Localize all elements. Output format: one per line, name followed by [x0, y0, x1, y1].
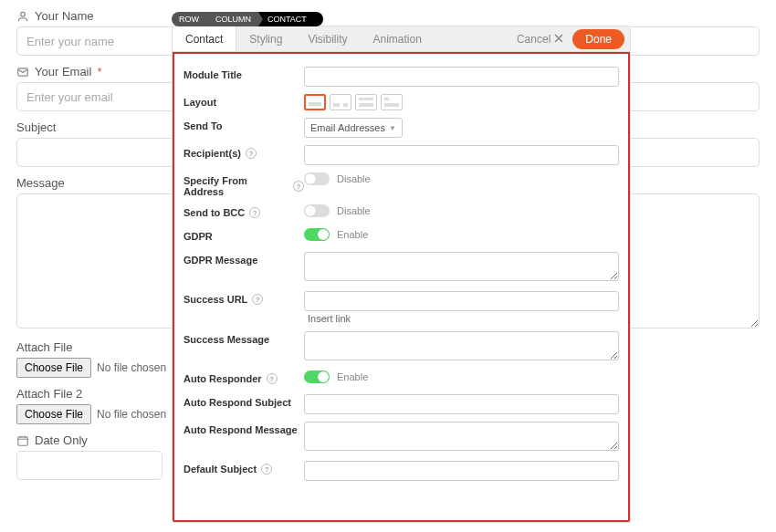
toggle-state: Enable [337, 371, 368, 382]
calendar-icon [16, 434, 29, 447]
layout-option-4[interactable] [381, 94, 403, 110]
send-bcc-toggle[interactable] [304, 204, 330, 217]
help-icon[interactable]: ? [246, 148, 257, 159]
success-url-input[interactable] [304, 291, 619, 311]
choose-file-button-2[interactable]: Choose File [16, 404, 91, 424]
default-subject-label: Default Subject ? [184, 461, 304, 475]
gdpr-message-textarea[interactable] [304, 252, 619, 281]
auto-responder-toggle[interactable] [304, 370, 330, 383]
breadcrumb: ROW COLUMN CONTACT [172, 12, 316, 26]
default-subject-input[interactable] [304, 461, 619, 481]
send-to-select[interactable]: Email Addresses ▼ [304, 118, 403, 138]
date-only-input[interactable] [16, 451, 163, 480]
tab-animation[interactable]: Animation [361, 26, 435, 51]
send-to-label: Send To [184, 118, 304, 131]
send-bcc-label: Send to BCC ? [184, 204, 304, 218]
svg-point-0 [21, 12, 26, 16]
auto-responder-label: Auto Responder ? [184, 370, 304, 384]
module-title-input[interactable] [304, 67, 619, 87]
help-icon[interactable]: ? [261, 464, 272, 475]
modal-tabs: Contact Styling Visibility Animation Can… [173, 26, 630, 52]
layout-option-2[interactable] [330, 94, 351, 110]
help-icon[interactable]: ? [267, 373, 278, 384]
specify-from-label: Specify From Address ? [184, 172, 304, 197]
auto-subject-label: Auto Respond Subject [184, 394, 304, 408]
breadcrumb-contact[interactable]: CONTACT [258, 12, 316, 26]
toggle-state: Disable [337, 205, 371, 216]
breadcrumb-row[interactable]: ROW [172, 12, 206, 26]
breadcrumb-column[interactable]: COLUMN [206, 12, 258, 26]
person-icon [16, 10, 29, 23]
success-message-textarea[interactable] [304, 331, 619, 360]
modal-body: Module Title Layout Send To Email Addres… [173, 52, 630, 522]
toggle-state: Disable [337, 173, 371, 184]
file-status-2: No file chosen [97, 408, 166, 421]
layout-label: Layout [184, 94, 304, 108]
tab-contact[interactable]: Contact [173, 26, 236, 51]
specify-from-toggle[interactable] [304, 172, 330, 185]
success-message-label: Success Message [184, 331, 304, 345]
cancel-button[interactable]: Cancel [517, 33, 563, 46]
module-title-label: Module Title [184, 67, 304, 80]
success-url-label: Success URL ? [184, 291, 304, 305]
tab-visibility[interactable]: Visibility [295, 26, 360, 51]
help-icon[interactable]: ? [249, 207, 260, 218]
layout-options [304, 94, 619, 110]
mail-icon [16, 66, 29, 78]
help-icon[interactable]: ? [293, 181, 304, 192]
file-status-1: No file chosen [97, 361, 166, 374]
gdpr-toggle[interactable] [304, 228, 330, 241]
settings-modal: Contact Styling Visibility Animation Can… [172, 26, 631, 523]
auto-message-textarea[interactable] [304, 422, 619, 451]
close-icon [554, 33, 563, 46]
toggle-state: Enable [337, 229, 368, 240]
choose-file-button-1[interactable]: Choose File [16, 358, 91, 378]
gdpr-label: GDPR [184, 228, 304, 242]
insert-link-hint[interactable]: Insert link [304, 311, 619, 324]
svg-rect-2 [18, 436, 28, 444]
layout-option-3[interactable] [355, 94, 377, 110]
gdpr-message-label: GDPR Message [184, 252, 304, 266]
tab-styling[interactable]: Styling [236, 26, 295, 51]
layout-option-1[interactable] [304, 94, 326, 110]
done-button[interactable]: Done [572, 29, 624, 49]
chevron-down-icon: ▼ [389, 124, 396, 132]
required-marker: * [97, 65, 101, 78]
recipients-label: Recipient(s) ? [184, 145, 304, 159]
help-icon[interactable]: ? [252, 294, 263, 305]
recipients-input[interactable] [304, 145, 619, 165]
auto-message-label: Auto Respond Message [184, 422, 304, 435]
auto-subject-input[interactable] [304, 394, 619, 414]
your-name-label: Your Name [16, 9, 760, 23]
